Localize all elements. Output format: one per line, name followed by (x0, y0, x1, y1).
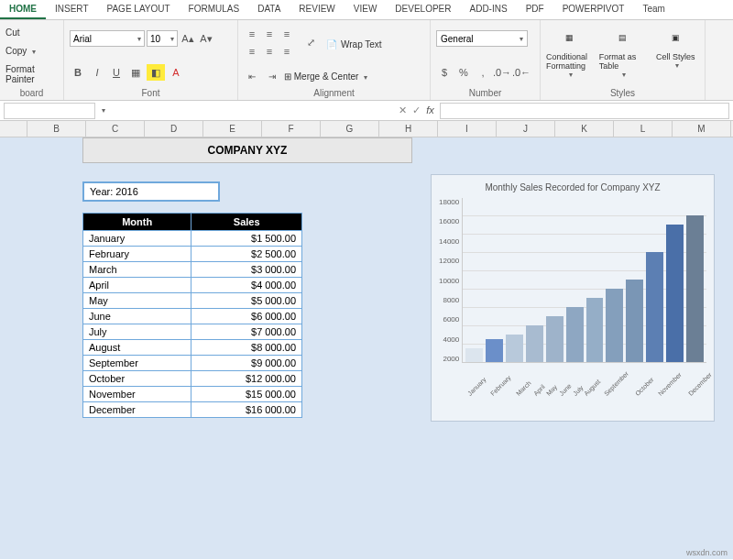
year-cell[interactable]: Year: 2016 (82, 181, 220, 202)
cell-month[interactable]: January (83, 231, 191, 247)
copy-button[interactable]: Copy ▾ (5, 45, 58, 57)
formula-input[interactable] (440, 103, 729, 119)
number-format-select[interactable]: General▾ (436, 30, 528, 47)
bold-button[interactable]: B (70, 64, 86, 81)
border-button[interactable]: ▦ (127, 64, 144, 81)
worksheet[interactable]: COMPANY XYZ Year: 2016 Month Sales Janua… (0, 137, 733, 559)
format-as-table-button[interactable]: ▤ Format as Table▾ (599, 23, 647, 79)
table-row[interactable]: August$8 000.00 (83, 340, 302, 356)
align-middle-icon[interactable]: ≡ (261, 26, 278, 42)
cell-sales[interactable]: $8 000.00 (191, 340, 302, 356)
chevron-down-icon[interactable]: ▾ (102, 106, 105, 115)
cell-sales[interactable]: $7 000.00 (191, 324, 302, 340)
tab-data[interactable]: DATA (248, 0, 290, 19)
table-row[interactable]: September$9 000.00 (83, 356, 302, 371)
accounting-format-icon[interactable]: $ (436, 64, 453, 81)
cell-sales[interactable]: $1 500.00 (191, 231, 302, 247)
table-row[interactable]: April$4 000.00 (83, 278, 302, 293)
align-center-icon[interactable]: ≡ (261, 43, 278, 60)
cell-month[interactable]: November (83, 387, 191, 402)
col-header[interactable]: I (438, 121, 497, 137)
cell-month[interactable]: December (83, 402, 191, 418)
chart-bar[interactable] (626, 280, 643, 362)
cell-sales[interactable]: $3 000.00 (191, 262, 302, 278)
increase-font-icon[interactable]: A▴ (180, 30, 196, 47)
format-painter-button[interactable]: Format Painter (5, 63, 58, 85)
cell-sales[interactable]: $4 000.00 (191, 278, 302, 293)
tab-review[interactable]: REVIEW (290, 0, 344, 19)
tab-team[interactable]: Team (633, 0, 673, 19)
cell-month[interactable]: October (83, 371, 191, 387)
col-header[interactable]: M (673, 121, 731, 137)
conditional-formatting-button[interactable]: ▦ Conditional Formatting▾ (546, 23, 594, 79)
chart-bar[interactable] (646, 252, 663, 362)
chart-bar[interactable] (666, 225, 684, 362)
cell-sales[interactable]: $12 000.00 (191, 371, 302, 387)
table-row[interactable]: March$3 000.00 (83, 262, 302, 278)
align-left-icon[interactable]: ≡ (244, 43, 260, 60)
col-header[interactable]: D (145, 121, 203, 137)
italic-button[interactable]: I (89, 64, 105, 81)
table-row[interactable]: June$6 000.00 (83, 309, 302, 324)
company-title[interactable]: COMPANY XYZ (82, 137, 412, 163)
align-right-icon[interactable]: ≡ (279, 43, 295, 60)
header-sales[interactable]: Sales (191, 214, 302, 231)
cell-month[interactable]: February (83, 247, 191, 262)
underline-button[interactable]: U (108, 64, 125, 81)
col-header[interactable]: K (555, 121, 614, 137)
header-month[interactable]: Month (83, 214, 191, 231)
fill-color-button[interactable]: ◧ (147, 64, 165, 81)
table-row[interactable]: February$2 500.00 (83, 247, 302, 262)
align-top-icon[interactable]: ≡ (244, 26, 260, 42)
chart-bar[interactable] (486, 339, 503, 362)
col-header[interactable]: E (203, 121, 262, 137)
tab-home[interactable]: HOME (0, 0, 46, 19)
increase-decimal-icon[interactable]: .0→ (494, 64, 510, 81)
chart-bar[interactable] (526, 325, 543, 362)
tab-developer[interactable]: DEVELOPER (386, 0, 460, 19)
col-header[interactable]: J (497, 121, 555, 137)
col-header[interactable]: L (614, 121, 673, 137)
wrap-text-button[interactable]: 📄 Wrap Text (326, 39, 382, 49)
font-size-select[interactable]: 10▾ (147, 30, 178, 47)
col-header[interactable]: G (321, 121, 379, 137)
cell-month[interactable]: June (83, 309, 191, 324)
cell-month[interactable]: May (83, 293, 191, 309)
tab-formulas[interactable]: FORMULAS (180, 0, 249, 19)
chart-bar[interactable] (506, 335, 523, 362)
col-header[interactable]: C (86, 121, 145, 137)
table-row[interactable]: May$5 000.00 (83, 293, 302, 309)
comma-format-icon[interactable]: , (475, 64, 491, 81)
decrease-indent-icon[interactable]: ⇤ (244, 69, 260, 85)
cell-month[interactable]: August (83, 340, 191, 356)
cell-sales[interactable]: $2 500.00 (191, 247, 302, 262)
cut-button[interactable]: Cut (5, 27, 58, 38)
font-color-button[interactable]: A (168, 64, 184, 81)
cancel-icon[interactable]: ✕ (399, 104, 407, 116)
table-row[interactable]: October$12 000.00 (83, 371, 302, 387)
cell-month[interactable]: September (83, 356, 191, 371)
chart-bar[interactable] (686, 215, 704, 362)
cell-styles-button[interactable]: ▣ Cell Styles▾ (651, 23, 699, 79)
tab-page-layout[interactable]: PAGE LAYOUT (98, 0, 180, 19)
cell-sales[interactable]: $5 000.00 (191, 293, 302, 309)
table-row[interactable]: July$7 000.00 (83, 324, 302, 340)
chart-bar[interactable] (566, 307, 584, 362)
merge-center-button[interactable]: ⊞ Merge & Center ▾ (284, 71, 367, 82)
cell-month[interactable]: April (83, 278, 191, 293)
fx-icon[interactable]: fx (426, 104, 434, 116)
chart-bar[interactable] (465, 348, 483, 362)
cell-month[interactable]: July (83, 324, 191, 340)
percent-format-icon[interactable]: % (455, 64, 472, 81)
enter-icon[interactable]: ✓ (412, 104, 421, 116)
orientation-icon[interactable]: ⤢ (302, 35, 319, 51)
cell-sales[interactable]: $9 000.00 (191, 356, 302, 371)
tab-pdf[interactable]: PDF (517, 0, 553, 19)
select-all-corner[interactable] (0, 121, 27, 137)
name-box[interactable] (4, 103, 95, 119)
table-row[interactable]: January$1 500.00 (83, 231, 302, 247)
table-row[interactable]: November$15 000.00 (83, 387, 302, 402)
col-header[interactable]: F (262, 121, 321, 137)
tab-addins[interactable]: ADD-INS (461, 0, 517, 19)
chart-bar[interactable] (606, 289, 623, 362)
